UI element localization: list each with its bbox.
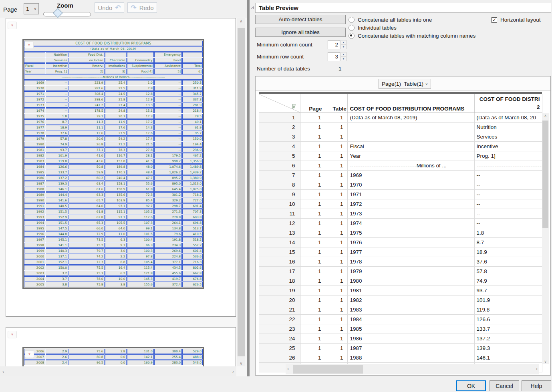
ignore-all-tables-button[interactable]: Ignore all tables [255,28,346,37]
table-menu-button[interactable]: ▼ [25,350,34,358]
row-number-cell: 2 [259,122,300,132]
data-cell-col2: -- [474,209,542,218]
min-column-count-input[interactable]: 2 [328,40,340,49]
data-cell-col1: (Data as of March 08, 2019) [347,113,474,122]
zoom-slider-track[interactable] [43,12,91,16]
page-table-dropdown[interactable]: Page(1) Table(1) ∨ [379,79,431,89]
page-cell: 1 [300,334,331,343]
checkbox-icon[interactable]: ✓ [492,17,497,23]
table-cell: 1 [331,180,347,189]
table-menu-button[interactable]: ▼ [24,41,34,49]
spin-down-icon[interactable]: ▼ [340,57,347,62]
scrollbar-thumb[interactable] [542,121,548,228]
min-row-count-spinner[interactable]: ▲ ▼ [340,52,347,61]
import-dialog: Page 1 ∨ Zoom Undo ↶ ↷ Redo ▼ ▼ COST OF … [0,0,552,392]
pdf-page-1[interactable]: ▼ ▼ COST OF FOOD DISTRIBUTION PROGRAMS(D… [6,18,236,317]
left-vertical-scrollbar[interactable]: ∧ ∨ [237,18,245,366]
page-menu-button[interactable]: ▼ [8,22,17,29]
page-cell: 1 [300,113,331,122]
table-cell: 1 [331,334,347,343]
scrollbar-thumb[interactable] [238,28,245,356]
scroll-right-icon[interactable]: › [232,368,234,374]
min-column-count-spinner[interactable]: ▲ ▼ [340,40,347,49]
scroll-up-icon[interactable]: ∧ [237,19,245,23]
collapse-triangle-icon[interactable]: ⊿ [250,5,254,10]
pdf-data-row: 1993152.962.891.1112.6270.8693.8 [24,215,203,220]
table-cell: 1 [331,353,347,362]
auto-detect-tables-button[interactable]: Auto-detect tables [255,15,346,24]
table-cell: 1 [331,189,347,199]
data-cell-col2: 137.2 [474,334,542,343]
pdf-data-row: 197837.612.627.917.6--95.7 [24,131,203,136]
preview-row: 111(Data as of March 08, 2019)(Data as o… [259,113,542,122]
data-cell-col1: -------------------------------------Mil… [347,161,474,170]
page-cell: 1 [300,170,331,180]
page-cell: 1 [300,295,331,305]
preview-row: 1811198074.9 [259,276,542,285]
page-menu-button[interactable]: ▼ [8,331,17,338]
pdf-page-2[interactable]: ▼ ▼ 20062.975.62.8131.0300.4529.020072.6… [6,327,236,368]
pane-splitter[interactable] [247,0,250,376]
radio-label: Concatenate tables with matching column … [358,33,475,39]
radio-option[interactable]: Concatenate tables with matching column … [349,32,475,40]
scroll-down-icon[interactable]: ∨ [237,361,245,366]
radio-option[interactable]: Individual tables [349,24,475,32]
detected-table-region[interactable]: ▼ 20062.975.62.8131.0300.4529.020072.680… [22,347,204,368]
data-cell-col2: 93.7 [474,285,542,295]
page-select[interactable]: 1 ∨ [24,3,39,14]
horizontal-layout-checkbox[interactable]: ✓ Horizontal layout [492,17,541,23]
redo-button[interactable]: ↷ Redo [127,2,157,13]
preview-data-grid[interactable]: Page Table COST OF FOOD DISTRIBUTION PRO… [259,94,542,372]
radio-icon[interactable] [349,33,355,39]
preview-row: 311Services [259,132,542,141]
row-number-cell: 11 [259,209,300,218]
chevron-down-icon: ∨ [34,7,36,11]
pdf-data-row: 1990141.665.7103.985.4329.2727.0 [24,198,203,203]
pdf-data-row: 1994151.565.3105.5107.3264.1696.8 [24,220,203,225]
page-cell: 1 [300,276,331,285]
preview-row: 1511197718.9 [259,247,542,257]
undo-button[interactable]: Undo ↶ [95,2,124,13]
left-horizontal-scrollbar[interactable]: ‹ › [0,366,236,376]
row-number-cell: 12 [259,218,300,228]
page-cell: 1 [300,132,331,141]
pdf-data-row: 1970--281.622.57.8--311.9 [24,86,203,91]
pdf-data-row: 2000137.174.22.297.8224.8536.6 [24,254,203,259]
min-row-count-label: Minimum row count [257,54,304,60]
pdf-data-row: 1985133.759.9170.348.41,026.21,439.2 [24,170,203,175]
preview-row: 10111972-- [259,199,542,209]
detected-table-region[interactable]: ▼ COST OF FOOD DISTRIBUTION PROGRAMS(Dat… [22,39,204,289]
scroll-left-icon[interactable]: ‹ [287,366,289,372]
radio-option[interactable]: Concatenate all tables into one [349,16,475,24]
ok-button[interactable]: OK [456,380,486,391]
row-number-cell: 21 [259,305,300,314]
table-cell: 1 [331,151,347,161]
preview-horizontal-scrollbar[interactable]: ‹ › [286,364,539,374]
spin-up-icon[interactable]: ▲ [340,40,347,45]
data-cell-col2: -- [474,180,542,189]
table-cell: 1 [331,257,347,266]
radio-icon[interactable] [349,25,355,31]
spin-down-icon[interactable]: ▼ [340,45,347,50]
column-selector-icon[interactable] [291,104,297,109]
scroll-up-icon[interactable]: ∧ [542,114,549,118]
pdf-data-row: 20082.496.50.0160.9283.0543.0 [24,360,203,365]
pdf-data-row: 1991140.564.693.192.7298.7691.4 [24,203,203,209]
radio-icon[interactable] [349,17,355,23]
min-row-count-input[interactable]: 3 [328,52,340,61]
preview-vertical-scrollbar[interactable]: ∧ ∨ [542,113,549,364]
scroll-left-icon[interactable]: ‹ [2,368,4,374]
scroll-right-icon[interactable]: › [536,366,538,372]
pdf-data-row: 20062.975.62.8131.0300.4529.0 [24,349,203,354]
radio-label: Concatenate all tables into one [358,17,432,23]
cancel-button[interactable]: Cancel [490,380,519,391]
check-icon: ✓ [492,17,496,23]
data-cell-col1 [347,132,474,141]
red-triangle-icon: ▼ [28,353,31,356]
scrollbar-thumb[interactable] [293,365,363,374]
pdf-data-row: 1973--241.227.413.3--281.9 [24,103,203,108]
spin-up-icon[interactable]: ▲ [340,52,347,57]
help-button[interactable]: Help [522,380,551,391]
scroll-down-icon[interactable]: ∨ [542,360,549,364]
page-cell: 1 [300,305,331,314]
